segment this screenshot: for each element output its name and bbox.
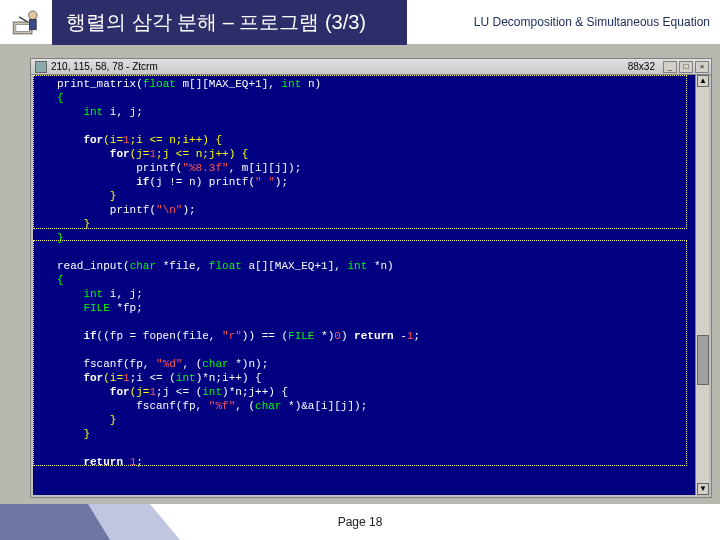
scroll-thumb[interactable] (697, 335, 709, 385)
code-window: 210, 115, 58, 78 - Ztcrm 88x32 _ □ × pri… (30, 58, 712, 498)
svg-point-2 (29, 11, 38, 20)
code-text: print_matrix( (57, 78, 143, 90)
footer-decoration-2 (0, 504, 110, 540)
svg-line-4 (19, 17, 28, 22)
presenter-icon (0, 0, 52, 44)
window-titlebar: 210, 115, 58, 78 - Ztcrm 88x32 _ □ × (31, 59, 711, 75)
window-dimensions: 88x32 (628, 61, 655, 72)
slide-footer: Page 18 (0, 504, 720, 540)
page-number: Page 18 (338, 515, 383, 529)
scroll-down-icon[interactable]: ▼ (697, 483, 709, 495)
slide-subtitle: LU Decomposition & Simultaneous Equation (407, 15, 720, 29)
svg-rect-3 (29, 19, 36, 29)
window-app-icon (35, 61, 47, 73)
window-title: 210, 115, 58, 78 - Ztcrm (51, 61, 158, 72)
vertical-scrollbar[interactable]: ▲ ▼ (695, 75, 709, 495)
svg-rect-1 (16, 25, 30, 32)
minimize-button[interactable]: _ (663, 61, 677, 73)
code-editor: print_matrix(float m[][MAX_EQ+1], int n)… (33, 75, 697, 495)
maximize-button[interactable]: □ (679, 61, 693, 73)
scroll-up-icon[interactable]: ▲ (697, 75, 709, 87)
slide-title: 행렬의 삼각 분해 – 프로그램 (3/3) (52, 0, 407, 45)
highlight-box-2 (33, 240, 687, 466)
slide-header: 행렬의 삼각 분해 – 프로그램 (3/3) LU Decomposition … (0, 0, 720, 44)
close-button[interactable]: × (695, 61, 709, 73)
